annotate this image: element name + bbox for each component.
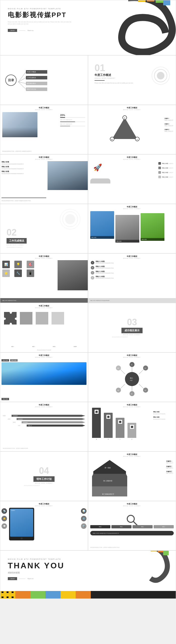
- pyramid: 第一层级 第二层级内容 第三层级说明文字: [92, 459, 127, 497]
- slide-icon-grid: 年度工作概述 ANNUAL WORK SUMMARY 📊 💡 🎯 ⭐ 🔧 📱 请…: [0, 253, 88, 303]
- svg-point-33: [65, 214, 75, 224]
- cloud-base: [90, 178, 110, 183]
- svg-rect-78: [163, 551, 169, 555]
- svg-line-49: [120, 384, 125, 389]
- svg-rect-2: [156, 0, 163, 3]
- circle-spoke: 核心 内容 01 02 03 04 05 0: [102, 361, 162, 398]
- row-10: 04 明年工作计划 ANNUAL WORK SUMMARY 请在此处添加您的文字…: [0, 451, 176, 501]
- svg-rect-3: [163, 0, 170, 5]
- progress-section: 20% 请输入本页小标题内容文字 请输入本页小标题内容文字: [60, 114, 85, 126]
- film-strip-decoration: [108, 0, 176, 55]
- svg-text:第三层级说明文字: 第三层级说明文字: [102, 493, 114, 495]
- slide-section-03: 03 成功项目展示 ANNUAL WORK SUMMARY 请在此处添加您的文字…: [88, 303, 176, 352]
- pill-bar: 请输入本页小标题内容文字在此处添加说明文字: [90, 531, 174, 535]
- svg-line-40: [139, 369, 144, 374]
- row-7: 年度工作概述 ANNUAL WORK SUMMARY 标题一 标题二: [0, 303, 176, 352]
- svg-text:05: 05: [117, 390, 119, 391]
- svg-point-34: [125, 372, 139, 386]
- svg-line-9: [18, 72, 26, 82]
- svg-line-12: [18, 82, 26, 89]
- slide-title-6b: 年度工作概述: [88, 255, 176, 258]
- slide-title-7a: 年度工作概述: [0, 305, 88, 307]
- timeline-desc: 请在此处添加您的文字内容，这里是对小标题的补充说明。: [3, 448, 85, 449]
- slide-search: 年度工作概述 ANNUAL WORK SUMMARY 请输入 请输入 请输入 请…: [88, 501, 176, 550]
- row-6: 年度工作概述 ANNUAL WORK SUMMARY 📊 💡 🎯 ⭐ 🔧 📱 请…: [0, 253, 176, 303]
- svg-text:成功项目展示: 成功项目展示: [27, 83, 36, 84]
- svg-rect-75: [12, 596, 14, 598]
- slide-subtitle-7a: ANNUAL WORK SUMMARY: [0, 307, 88, 308]
- svg-text:06: 06: [117, 367, 119, 369]
- button-row: 请输入 请输入 请输入 请输入: [90, 525, 174, 528]
- meta-divider: [19, 30, 25, 31]
- slide-subtitle-bar2: ANNUAL WORK SUMMARY: [88, 109, 176, 110]
- slide-title-9a: 年度工作概述: [0, 404, 88, 406]
- meta-row: 汇报:设计 Report.xxx: [8, 29, 73, 32]
- svg-rect-76: [151, 550, 157, 551]
- svg-marker-59: [92, 486, 127, 496]
- toc-title-circle: 目录: [5, 74, 17, 86]
- svg-rect-66: [30, 591, 46, 599]
- title-cn: 电影影视传媒PPT: [8, 11, 73, 19]
- slide-triangle: 年度工作概述 ANNUAL WORK SUMMARY ★ ● ■ 关键词一 请输…: [88, 105, 176, 154]
- slide-content-photo1: 年度工作概述 ANNUAL WORK SUMMARY 20% 请输入本页小标题内…: [0, 105, 88, 154]
- svg-rect-70: [2, 591, 4, 593]
- slide-title-6a: 年度工作概述: [0, 255, 88, 258]
- person-photo: [58, 260, 88, 290]
- bottom-text-11b: 请在此处添加您的文字内容，这里是对小标题的补充说明文字内容。: [90, 547, 174, 548]
- svg-text:内容: 内容: [130, 380, 133, 381]
- svg-line-62: [133, 521, 137, 525]
- slide-subtitle-6b: ANNUAL WORK SUMMARY: [88, 258, 176, 259]
- icon-grid-left: 📊 💡 🎯 ⭐ 🔧 📱: [2, 261, 37, 278]
- meta2: Report.xxx: [27, 30, 33, 31]
- svg-text:工作完成情况: 工作完成情况: [27, 77, 36, 78]
- sec02-subtitle: ANNUAL WORK SUMMARY: [7, 244, 52, 246]
- slide-subtitle-5b: ANNUAL WORK SUMMARY: [88, 208, 176, 209]
- slide-subtitle-11a: ANNUAL WORK SUMMARY: [0, 505, 88, 507]
- svg-text:■: ■: [111, 139, 112, 140]
- triangle-labels: 关键词一 请输入内容文字 关键词二 请输入内容文字 关键词三 请输入内容文字: [164, 118, 173, 132]
- row-4: 年度工作概述 ANNUAL WORK SUMMARY 请输入标题 请在此处添加您…: [0, 154, 176, 204]
- slide-subtitle-9b: ANNUAL WORK SUMMARY: [88, 406, 176, 407]
- subtitle-text: MOVIE FILM &TV POWERPOINT TEMPLATE: [8, 8, 73, 10]
- svg-rect-69: [76, 591, 91, 599]
- section-title-01: 年度工作概述: [95, 73, 140, 77]
- svg-text:第二层级内容: 第二层级内容: [103, 480, 112, 482]
- svg-text:04: 04: [131, 393, 133, 395]
- slide-section-04: 04 明年工作计划 ANNUAL WORK SUMMARY 请在此处添加您的文字…: [0, 451, 88, 501]
- row-9: 年度工作概述 ANNUAL WORK SUMMARY 2020 里程碑事件 20…: [0, 402, 176, 451]
- sec02-desc: 请在此处添加您的文字内容说明文字: [7, 247, 52, 248]
- toc-lines: 年度工作概述 工作完成情况 成功项目展示 明年工作计划: [18, 68, 69, 97]
- row-3: 年度工作概述 ANNUAL WORK SUMMARY 20% 请输入本页小标题内…: [0, 105, 176, 154]
- svg-text:02: 02: [145, 367, 146, 369]
- slide-title-8a: 年度工作概述: [0, 354, 88, 357]
- slide-section-02: 02 工作完成情况 ANNUAL WORK SUMMARY 请在此处添加您的文字…: [0, 204, 88, 253]
- svg-line-52: [120, 369, 125, 374]
- svg-text:第一层级: 第一层级: [105, 467, 111, 469]
- slide-title-9b: 年度工作概述: [88, 404, 176, 406]
- tablet-device: 内容展示: [9, 508, 34, 540]
- svg-text:★: ★: [124, 117, 125, 119]
- slide-tablet: 年度工作概述 ANNUAL WORK SUMMARY 📡 🔔 💬 内容展示 📊 …: [0, 501, 88, 550]
- deco-circles: [151, 66, 171, 87]
- slide-columns: 年度工作概述 ANNUAL WORK SUMMARY 请输入标题 ⬛ A 请输入…: [88, 402, 176, 451]
- slide-title-4b: 年度工作概述: [88, 156, 176, 159]
- bottom-desc: 请在此处添加您的文字内容，这里是对小标题的补充说明文字内容。: [2, 200, 86, 202]
- num-02: 02: [7, 228, 52, 237]
- photo-business: [2, 112, 37, 137]
- svg-text:明年工作计划: 明年工作计划: [27, 88, 36, 90]
- slide-subtitle-4a: ANNUAL WORK SUMMARY: [0, 159, 88, 160]
- svg-rect-68: [61, 591, 76, 599]
- photo-card-1: 请输入标题: [90, 211, 114, 239]
- svg-line-11: [18, 82, 26, 83]
- slide-title-bar: 年度工作概述: [0, 107, 88, 109]
- bottom-bar: 请输入本页小标题内容文字在此: [0, 298, 88, 303]
- slide-subtitle-4b: ANNUAL WORK SUMMARY: [88, 159, 176, 160]
- slide-text-list: 年度工作概述 ANNUAL WORK SUMMARY A 请输入小标题 请在此处…: [88, 253, 176, 303]
- icons-left: 📡 🔔 💬: [2, 508, 7, 529]
- bar-chart: 请输入标题 ⬛ A 请输入标题 ⬛ B 请输入标题 ⬛ C: [92, 410, 136, 440]
- text-list: A 请输入小标题 请在此处添加您的文字内容说明文字内容。 B 请输入小标题 请在…: [91, 261, 173, 280]
- section-num: 01 年度工作概述 ANNUAL WORK SUMMARY Please ent…: [95, 63, 140, 84]
- svg-rect-74: [7, 596, 9, 598]
- sec04-content: 04 明年工作计划 ANNUAL WORK SUMMARY 请在此处添加您的文字…: [24, 466, 64, 486]
- slide-subtitle-9a: ANNUAL WORK SUMMARY: [0, 406, 88, 407]
